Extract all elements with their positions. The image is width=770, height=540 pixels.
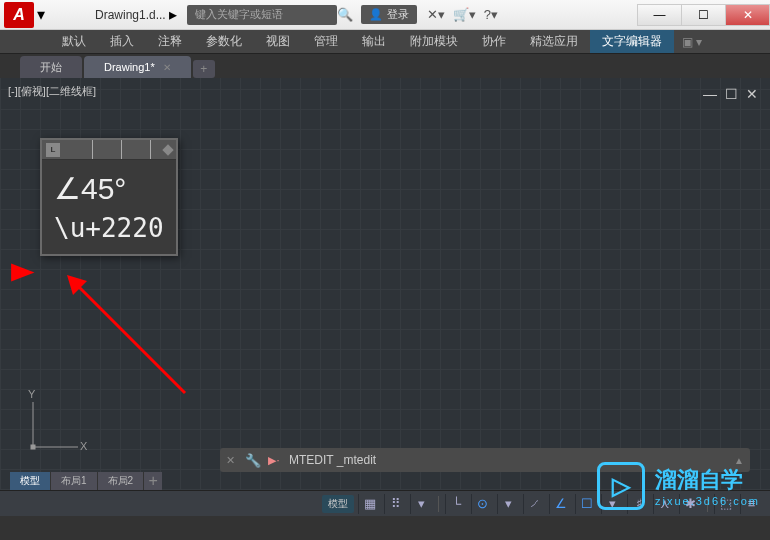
osnap-tracking-icon[interactable]: ☐ [575,494,597,514]
text-line-1: ∠45° [54,168,164,210]
viewport-restore-icon[interactable]: ☐ [725,86,738,102]
svg-marker-1 [67,275,87,295]
search-icon[interactable]: 🔍 [337,7,353,22]
text-ruler[interactable]: L [42,140,176,160]
mtext-editor[interactable]: L ∠45° \u+2220 [40,138,178,256]
status-dropdown-2[interactable]: ▾ [497,494,519,514]
close-button[interactable]: ✕ [725,4,770,26]
grid-display-icon[interactable]: ▦ [358,494,380,514]
ribbon-tabs: 默认 插入 注释 参数化 视图 管理 输出 附加模块 协作 精选应用 文字编辑器… [0,30,770,54]
polar-icon[interactable]: ⊙ [471,494,493,514]
tab-collaborate[interactable]: 协作 [470,30,518,53]
titlebar: A ▾ Drawing1.d... ▸ 键入关键字或短语 🔍 👤 登录 ✕▾ 🛒… [0,0,770,30]
cmd-logo-icon: ▶· [265,451,283,469]
login-button[interactable]: 👤 登录 [361,5,417,24]
isodraft-icon[interactable]: ⟋ [523,494,545,514]
viewport-close-icon[interactable]: ✕ [746,86,758,102]
ucs-y-label: Y [28,388,35,400]
status-model-label[interactable]: 模型 [322,495,354,513]
watermark-play-icon: ▷ [597,462,645,510]
ruler-ticks [64,140,160,159]
view-label[interactable]: [-][俯视][二维线框] [8,84,96,99]
tab-parametric[interactable]: 参数化 [194,30,254,53]
maximize-button[interactable]: ☐ [681,4,726,26]
filetab-label: Drawing1* [104,61,155,73]
tab-addins[interactable]: 附加模块 [398,30,470,53]
viewport-minimize-icon[interactable]: — [703,86,717,102]
annotation-arrow-2 [55,263,195,403]
text-content[interactable]: ∠45° \u+2220 [42,160,176,254]
tab-output[interactable]: 输出 [350,30,398,53]
viewport-controls: — ☐ ✕ [703,86,758,102]
cmd-close-icon[interactable]: ✕ [220,454,241,467]
tab-text-editor[interactable]: 文字编辑器 [590,30,674,53]
tab-featured[interactable]: 精选应用 [518,30,590,53]
filetab-start[interactable]: 开始 [20,56,82,78]
app-logo[interactable]: A [4,2,34,28]
file-tabs: 开始 Drawing1* ✕ + [0,54,770,78]
watermark-title: 溜溜自学 [655,465,760,495]
drawing-canvas[interactable]: [-][俯视][二维线框] — ☐ ✕ L ∠45° \u+2220 ► [0,78,770,490]
osnap-icon[interactable]: ∠ [549,494,571,514]
tab-manage[interactable]: 管理 [302,30,350,53]
tab-view[interactable]: 视图 [254,30,302,53]
tab-insert[interactable]: 插入 [98,30,146,53]
ruler-indent-icon[interactable]: L [46,143,60,157]
document-title: Drawing1.d... [95,8,166,22]
login-label: 登录 [387,7,409,22]
layout-add-button[interactable]: + [144,472,162,490]
svg-rect-4 [31,445,35,449]
user-icon: 👤 [369,8,383,21]
watermark: ▷ 溜溜自学 zixue.3d66.com [597,462,760,510]
doc-dropdown-icon[interactable]: ▸ [169,5,177,24]
layout-tab-1[interactable]: 布局1 [51,472,98,490]
status-dropdown-1[interactable]: ▾ [410,494,432,514]
layout-tab-2[interactable]: 布局2 [98,472,145,490]
search-input[interactable]: 键入关键字或短语 [187,5,337,25]
ortho-icon[interactable]: └ [445,494,467,514]
close-tab-icon[interactable]: ✕ [163,62,171,73]
qat-dropdown-icon[interactable]: ▾ [37,5,45,24]
layout-tabs: 模型 布局1 布局2 + [10,472,162,490]
add-tab-button[interactable]: + [193,60,215,78]
cart-icon[interactable]: 🛒▾ [453,7,476,22]
text-line-2: \u+2220 [54,210,164,246]
filetab-drawing1[interactable]: Drawing1* ✕ [84,56,191,78]
ucs-icon: Y X [18,392,88,464]
exchange-icon[interactable]: ✕▾ [427,7,445,22]
layout-tab-model[interactable]: 模型 [10,472,51,490]
annotation-arrow-1: ► [4,254,43,288]
cmd-wrench-icon[interactable]: 🔧 [241,453,265,468]
ruler-tab-icon[interactable] [162,144,173,155]
tab-default[interactable]: 默认 [50,30,98,53]
window-controls: — ☐ ✕ [638,4,770,26]
watermark-url: zixue.3d66.com [655,495,760,507]
svg-line-0 [75,283,185,393]
tab-annotate[interactable]: 注释 [146,30,194,53]
minimize-button[interactable]: — [637,4,682,26]
help-icon[interactable]: ?▾ [484,7,498,22]
snap-mode-icon[interactable]: ⠿ [384,494,406,514]
ribbon-expand-icon[interactable]: ▣ ▾ [682,35,702,49]
search-placeholder: 键入关键字或短语 [195,7,283,22]
ucs-x-label: X [80,440,87,452]
